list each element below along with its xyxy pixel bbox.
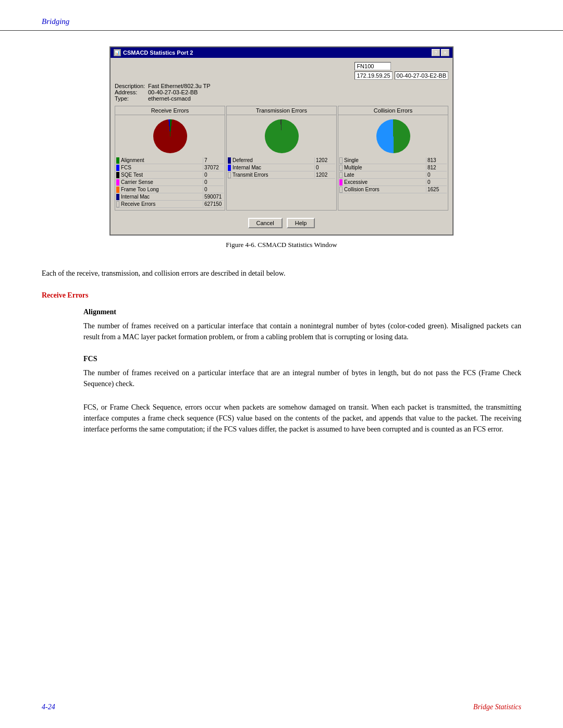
internalmac-t-value: 0	[314, 165, 335, 170]
footer-page-number: 4-24	[42, 703, 55, 711]
collision-stats-data: Single 813 Multiple 812 Late	[338, 157, 448, 195]
transmission-stats-data: Deferred 1202 Internal Mac 0 Transmit Er…	[227, 157, 336, 181]
stat-row: Single 813	[339, 157, 447, 164]
deferred-color	[228, 157, 231, 164]
framelong-color	[116, 187, 119, 193]
stat-row: Deferred 1202	[228, 157, 335, 164]
receive-errors-heading: Receive Errors	[42, 291, 521, 300]
device-ip-field: 172.19.59.25	[354, 71, 392, 80]
alignment-heading: Alignment	[83, 308, 521, 316]
multiple-name: Multiple	[344, 165, 426, 170]
excessive-color	[339, 179, 342, 186]
excessive-name: Excessive	[344, 179, 426, 185]
collision-pie	[376, 119, 410, 153]
page-footer: 4-24 Bridge Statistics	[42, 703, 521, 711]
dialog-body: FN100 172.19.59.25 00-40-27-03-E2-BB Des…	[111, 58, 452, 235]
receiveerr-value: 627150	[203, 201, 224, 207]
address-label: Address:	[115, 89, 146, 95]
stat-row: Transmit Errors 1202	[228, 171, 335, 179]
multiple-color	[339, 165, 342, 171]
transmission-chart	[227, 115, 336, 157]
transmitr-name: Transmit Errors	[232, 172, 314, 178]
fcs-value: 37072	[203, 165, 224, 170]
internalmac-r-name: Internal Mac	[121, 194, 203, 200]
type-label: Type:	[115, 95, 146, 102]
receiveerr-color	[116, 201, 119, 207]
collision-errors-panel: Collision Errors Single 813	[338, 106, 448, 211]
single-color	[339, 157, 342, 164]
fcs-paragraph-2: FCS, or Frame Check Sequence, errors occ…	[83, 402, 521, 435]
receive-stats-data: Alignment 7 FCS 37072 SQE Test	[115, 157, 225, 210]
description-value: Fast Ethernet/802.3u TP	[148, 83, 211, 89]
stat-row: Carrier Sense 0	[116, 179, 224, 186]
dialog-title: CSMACD Statistics Port 2	[123, 50, 193, 56]
stat-row: Late 0	[339, 171, 447, 179]
stat-row: FCS 37072	[116, 164, 224, 171]
transmission-panel-header: Transmission Errors	[227, 106, 336, 115]
figure-caption: Figure 4-6. CSMACD Statistics Window	[226, 241, 337, 249]
help-titlebar-button[interactable]: ?	[432, 49, 440, 56]
late-color	[339, 172, 342, 178]
stat-row: Internal Mac 0	[228, 164, 335, 171]
collision-chart	[338, 115, 448, 157]
transmission-errors-panel: Transmission Errors Deferred 1202	[226, 106, 337, 211]
device-info: Description: Fast Ethernet/802.3u TP Add…	[115, 83, 448, 102]
titlebar-left: 📊 CSMACD Statistics Port 2	[114, 49, 193, 56]
receive-errors-panel: Receive Errors Alignment 7	[115, 106, 225, 211]
page-header-title: Bridging	[42, 17, 69, 26]
device-mac-field: 00-40-27-03-E2-BB	[395, 71, 448, 80]
collisionerr-value: 1625	[426, 187, 447, 192]
body-paragraph: Each of the receive, transmission, and c…	[42, 268, 521, 279]
collision-panel-header: Collision Errors	[338, 106, 448, 115]
excessive-value: 0	[426, 179, 447, 185]
fcs-subsection: FCS The number of frames received on a p…	[83, 355, 521, 435]
transmitr-value: 1202	[314, 172, 335, 178]
single-name: Single	[344, 157, 426, 163]
address-value: 00-40-27-03-E2-BB	[148, 89, 198, 95]
transmitr-color	[228, 172, 231, 178]
carrier-color	[116, 179, 119, 186]
dialog-icon: 📊	[114, 49, 121, 56]
stat-row: Multiple 812	[339, 164, 447, 171]
fcs-name: FCS	[121, 165, 203, 170]
multiple-value: 812	[426, 165, 447, 170]
stat-row: Alignment 7	[116, 157, 224, 164]
internalmac-r-value: 590071	[203, 194, 224, 200]
stat-row: Excessive 0	[339, 179, 447, 186]
stats-panels: Receive Errors Alignment 7	[115, 106, 448, 211]
fcs-paragraph-1: The number of frames received on a parti…	[83, 367, 521, 389]
collisionerr-name: Collision Errors	[344, 187, 426, 192]
footer-section-title: Bridge Statistics	[473, 703, 521, 711]
alignment-name: Alignment	[121, 157, 203, 163]
deferred-name: Deferred	[232, 157, 314, 163]
transmission-pie	[265, 119, 299, 153]
type-row: Type: ethernet-csmacd	[115, 95, 448, 102]
stat-row: Frame Too Long 0	[116, 186, 224, 193]
info-bar: FN100 172.19.59.25 00-40-27-03-E2-BB	[115, 62, 448, 80]
type-value: ethernet-csmacd	[148, 95, 191, 102]
help-button[interactable]: Help	[287, 218, 315, 228]
device-fields: FN100 172.19.59.25 00-40-27-03-E2-BB	[354, 62, 448, 80]
fcs-heading: FCS	[83, 355, 521, 363]
description-label: Description:	[115, 83, 146, 89]
dialog-titlebar: 📊 CSMACD Statistics Port 2 ? ×	[111, 47, 452, 58]
device-network-row: 172.19.59.25 00-40-27-03-E2-BB	[354, 71, 448, 80]
single-value: 813	[426, 157, 447, 163]
carrier-value: 0	[203, 179, 224, 185]
stat-row: Collision Errors 1625	[339, 186, 447, 193]
stat-row: SQE Test 0	[116, 171, 224, 179]
internalmac-t-name: Internal Mac	[232, 165, 314, 170]
deferred-value: 1202	[314, 157, 335, 163]
receiveerr-name: Receive Errors	[121, 201, 203, 207]
stat-row: Internal Mac 590071	[116, 193, 224, 201]
internalmac-r-color	[116, 194, 119, 200]
alignment-paragraph: The number of frames received on a parti…	[83, 320, 521, 342]
cancel-button[interactable]: Cancel	[248, 218, 283, 228]
late-value: 0	[426, 172, 447, 178]
framelong-value: 0	[203, 187, 224, 192]
titlebar-buttons: ? ×	[432, 49, 449, 56]
close-titlebar-button[interactable]: ×	[441, 49, 449, 56]
dialog-container: 📊 CSMACD Statistics Port 2 ? × FN100	[42, 46, 521, 260]
sqe-name: SQE Test	[121, 172, 203, 178]
description-row: Description: Fast Ethernet/802.3u TP	[115, 83, 448, 89]
